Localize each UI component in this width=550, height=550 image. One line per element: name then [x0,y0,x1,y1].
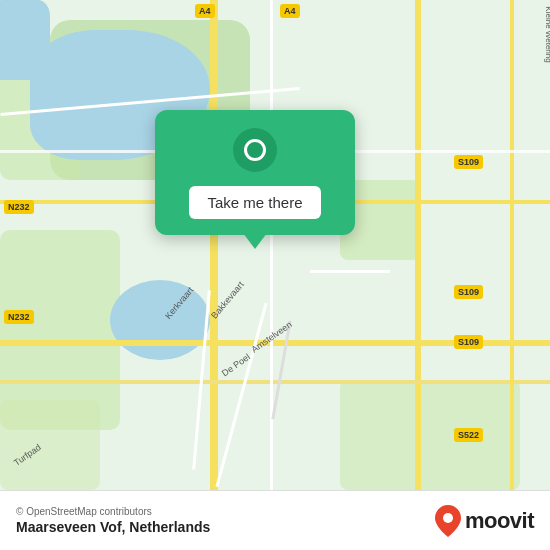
svg-point-0 [443,513,453,523]
road [0,380,550,384]
water-body [0,0,50,80]
highway-badge-a4-2: A4 [280,4,300,18]
road [310,270,390,273]
footer-info: © OpenStreetMap contributors Maarseveen … [16,506,210,535]
highway-badge-n232-1: N232 [4,200,34,214]
moovit-logo: moovit [435,505,534,537]
highway-badge-s522: S522 [454,428,483,442]
popup-card: Take me there [155,110,355,235]
green-area [340,380,520,490]
road-label-kleine-wetering: Kleine Wetering [544,6,550,62]
road [415,0,421,490]
take-me-there-button[interactable]: Take me there [189,186,320,219]
highway-badge-s109-1: S109 [454,155,483,169]
map-container: A4 A4 S109 S109 S109 N232 N232 S522 Kerk… [0,0,550,490]
green-area [0,400,100,490]
moovit-brand-text: moovit [465,508,534,534]
footer: © OpenStreetMap contributors Maarseveen … [0,490,550,550]
road [510,0,514,490]
location-pin-icon [233,128,277,172]
moovit-pin-icon [435,505,461,537]
highway-badge-s109-3: S109 [454,335,483,349]
road [210,0,218,490]
highway-badge-s109-2: S109 [454,285,483,299]
location-name: Maarseveen Vof, Netherlands [16,519,210,535]
highway-badge-a4: A4 [195,4,215,18]
copyright-text: © OpenStreetMap contributors [16,506,210,517]
highway-badge-n232-2: N232 [4,310,34,324]
